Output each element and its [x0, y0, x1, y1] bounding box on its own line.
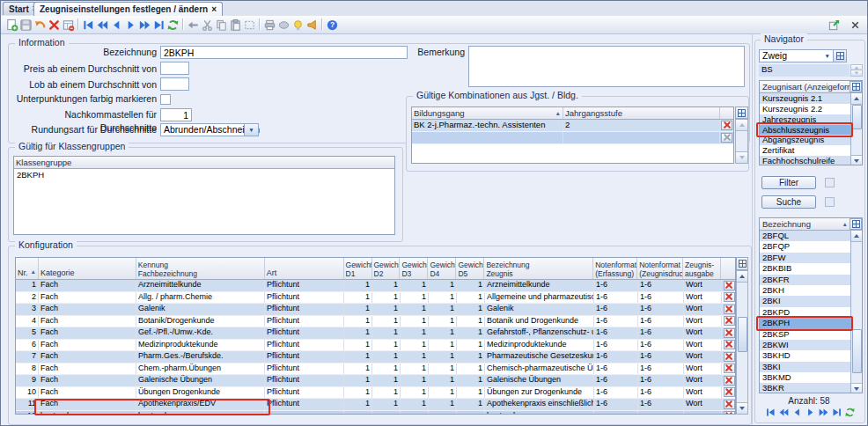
close-tab-icon[interactable]: ×: [211, 5, 217, 14]
table-row[interactable]: 4 Fach Botanik/Drogenkunde Pflichtunt 1 …: [16, 316, 735, 328]
klassengruppe-column-header[interactable]: Klassengruppe: [14, 158, 394, 167]
grid-settings-button[interactable]: [850, 218, 862, 230]
rundungsart-combobox[interactable]: Abrunden/Abschneiden ▼: [160, 123, 259, 136]
scroll-down-button[interactable]: [737, 402, 747, 414]
delete-row-button[interactable]: [724, 328, 735, 338]
scroll-up-button[interactable]: [737, 271, 747, 283]
tab-zeugniseinstellungen[interactable]: Zeugniseinstellungen festlegen / ändern …: [33, 2, 223, 16]
list-item[interactable]: 2BKSP: [760, 329, 852, 340]
nav-fast-back-button[interactable]: [95, 18, 109, 32]
table-row[interactable]: 3 Fach Galenik Pflichtunt 1 1 1 1 1 Gale…: [16, 304, 735, 316]
delete-row-button[interactable]: [724, 316, 735, 326]
list-item[interactable]: Abgangszeugnis: [760, 135, 851, 145]
gewicht-d5-column-header[interactable]: GewichtD5: [456, 258, 484, 279]
go-back-button[interactable]: [186, 18, 200, 32]
table-row[interactable]: 9 Fach Galenische Übungen Pflichtunt 1 1…: [16, 375, 735, 387]
undo-button[interactable]: [33, 18, 47, 32]
grid-settings-button[interactable]: [834, 49, 847, 62]
delete-row-button[interactable]: [724, 387, 735, 397]
table-row[interactable]: 1 Fach Arzneimittelkunde Pflichtunt 1 1 …: [16, 280, 735, 292]
delete-row-button[interactable]: [724, 376, 735, 386]
scrollbar-thumb[interactable]: [852, 105, 862, 129]
scroll-up-button[interactable]: [851, 231, 862, 242]
table-row[interactable]: 7 Fach Pharm.Ges.-/Berufskde. Pflichtunt…: [16, 351, 735, 364]
nr-column-header[interactable]: Nr.▲: [16, 258, 39, 279]
table-row[interactable]: 10 Fach Übungen Drogenkunde Pflichtunt 1…: [16, 387, 735, 400]
kategorie-column-header[interactable]: Kategorie: [39, 258, 136, 279]
list-item[interactable]: 2BKI: [760, 296, 852, 306]
delete-row-button[interactable]: [724, 281, 735, 290]
bezeichnung-zeugnis-column-header[interactable]: BezeichnungZeugnis: [484, 258, 593, 279]
scroll-down-button[interactable]: [851, 383, 862, 393]
scrollbar-thumb[interactable]: [738, 317, 747, 352]
scroll-down-button[interactable]: [736, 151, 747, 163]
close-panel-button[interactable]: [848, 18, 862, 32]
grid-settings-button[interactable]: [736, 257, 748, 270]
detach-window-button[interactable]: [827, 18, 841, 32]
list-item[interactable]: Abschlusszeugnis: [760, 125, 851, 136]
nav-fast-back-button[interactable]: [778, 407, 790, 420]
nav-back-button[interactable]: [109, 18, 123, 32]
bezeichnung-column-header[interactable]: Bezeichnung: [762, 219, 811, 229]
kennung-column-header[interactable]: KennungFachbezeichnung: [136, 258, 265, 279]
table-row[interactable]: 12 bestanden bestanden bestanden: [16, 411, 735, 415]
notenformat-zeugnisdruck-column-header[interactable]: Notenformat(Zeugnisdruck): [637, 258, 683, 279]
table-row[interactable]: [412, 132, 733, 144]
refresh-button[interactable]: [166, 18, 180, 32]
lob-input[interactable]: [160, 77, 189, 91]
delete-row-button[interactable]: [724, 352, 735, 362]
suche-checkbox[interactable]: [825, 197, 835, 207]
help-button[interactable]: ?: [325, 18, 339, 32]
delete-row-button[interactable]: [724, 340, 735, 349]
notenformat-erfassung-column-header[interactable]: Notenformat(Erfassung): [593, 258, 637, 279]
konfiguration-scrollbar[interactable]: [736, 270, 748, 415]
nav-last-button[interactable]: [151, 18, 166, 32]
delete-row-button[interactable]: [721, 121, 732, 130]
scrollbar-thumb[interactable]: [852, 329, 862, 373]
table-row[interactable]: 6 Fach Medizinproduktekunde Pflichtunt 1…: [16, 340, 735, 352]
list-item[interactable]: 2BFQL: [760, 231, 852, 241]
list-item[interactable]: 2BKPH: [760, 318, 852, 328]
zeugnisausgabe-column-header[interactable]: Zeugnis-ausgabe: [683, 258, 721, 279]
delete-row-button[interactable]: [724, 292, 735, 302]
bemerkung-textarea[interactable]: [468, 46, 745, 87]
zeugnisart-column-header[interactable]: Zeugnisart (Anzeigeform): [762, 82, 850, 92]
gewicht-d2-column-header[interactable]: GewichtD2: [372, 258, 401, 279]
filter-button[interactable]: Filter: [761, 176, 816, 189]
list-item[interactable]: 3BKHD: [760, 350, 852, 361]
zweig-combobox[interactable]: Zweig ▼: [759, 49, 847, 62]
list-item[interactable]: Kurszeugnis 2.1: [760, 93, 851, 104]
delete-row-button[interactable]: [724, 411, 735, 415]
art-column-header[interactable]: Art: [265, 258, 344, 279]
bildungsgang-column-header[interactable]: Bildungsgang ▲: [412, 107, 563, 119]
table-row[interactable]: 2 Fach Allg. / pharm.Chemie Pflichtunt 1…: [16, 292, 735, 305]
delete-row-button[interactable]: [724, 364, 735, 373]
list-item[interactable]: Zertifikat: [760, 145, 851, 156]
grid-settings-button[interactable]: [850, 81, 862, 92]
list-item[interactable]: 2BFQP: [760, 241, 852, 252]
list-item[interactable]: 2BKFR: [760, 275, 852, 285]
kombinationen-scrollbar[interactable]: [735, 119, 748, 164]
scroll-up-button[interactable]: [736, 120, 747, 131]
list-item[interactable]: 2BKH: [760, 285, 852, 296]
nav-fast-forward-button[interactable]: [818, 407, 829, 420]
edit-dataset-button[interactable]: [61, 18, 75, 32]
delete-button[interactable]: [47, 18, 61, 32]
list-item[interactable]: 2BKBIB: [760, 263, 852, 274]
delete-row-button[interactable]: [721, 133, 732, 143]
table-row[interactable]: 5 Fach Gef.-/Pfl.-/Umw.-Kde. Pflichtunt …: [16, 327, 735, 340]
print-button[interactable]: [262, 18, 276, 32]
save-button[interactable]: [18, 18, 33, 32]
list-item[interactable]: Kurszeugnis 2.2: [760, 104, 851, 114]
unterpunktungen-checkbox[interactable]: [160, 94, 171, 105]
nav-first-button[interactable]: [81, 18, 95, 32]
jahrgangsstufe-column-header[interactable]: Jahrgangsstufe: [563, 107, 720, 119]
scroll-down-button[interactable]: [851, 155, 862, 165]
nachkomma-input[interactable]: [160, 108, 192, 121]
scroll-down-button[interactable]: [851, 70, 862, 76]
preview-button[interactable]: [276, 18, 291, 32]
paste-button[interactable]: [228, 18, 242, 32]
delete-row-button[interactable]: [724, 400, 735, 409]
list-item[interactable]: 3BKMD: [760, 372, 852, 383]
hint-button[interactable]: [291, 18, 305, 32]
